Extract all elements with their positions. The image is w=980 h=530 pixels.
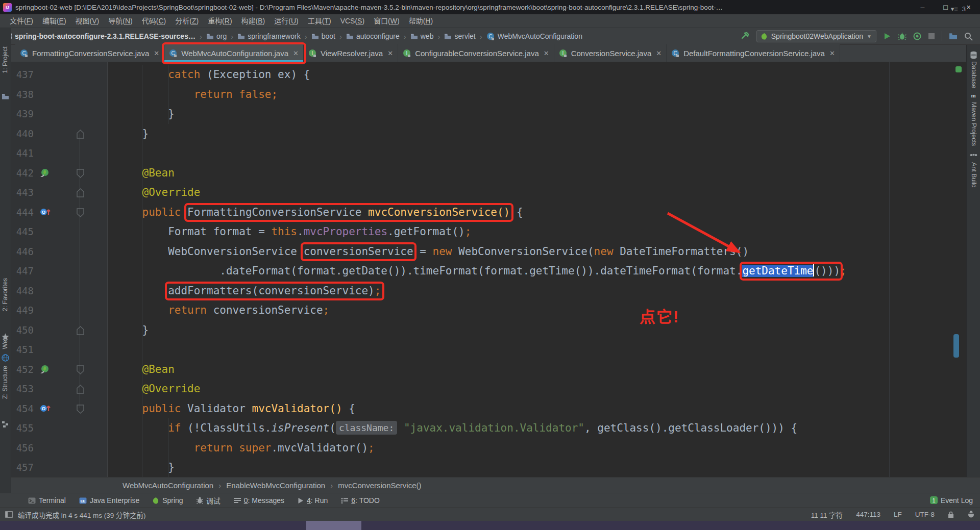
tab-close-icon[interactable]: ✕: [544, 49, 549, 57]
run-configuration-select[interactable]: Springboot02WebApplication ▼: [756, 30, 876, 42]
code-line[interactable]: 449 return conversionService;: [0, 300, 949, 320]
event-log-button[interactable]: 1 Event Log: [930, 493, 973, 508]
tool-stripe-button-antbuild[interactable]: Ant Build: [970, 162, 977, 188]
editor-breadcrumb-item[interactable]: EnableWebMvcConfiguration: [226, 481, 325, 490]
folder-icon[interactable]: [2, 93, 9, 99]
editor-tab[interactable]: IViewResolver.java✕: [304, 44, 398, 62]
fold-marker-up[interactable]: [77, 385, 84, 394]
search-everywhere-icon[interactable]: [964, 32, 973, 41]
stop-button[interactable]: [928, 33, 935, 40]
toolwindow-button-messages[interactable]: 0: Messages: [234, 496, 284, 504]
globe-icon[interactable]: [2, 354, 9, 362]
code-line[interactable]: 442 @Bean: [0, 163, 949, 183]
line-separator[interactable]: LF: [894, 511, 902, 518]
fold-marker-down[interactable]: [77, 365, 84, 374]
code-line[interactable]: 438 return false;: [0, 85, 949, 105]
inspections-ok-indicator[interactable]: [955, 66, 962, 72]
tab-close-icon[interactable]: ✕: [656, 49, 662, 57]
toolwindow-button-bug[interactable]: 调试: [197, 495, 220, 506]
menu-item-z[interactable]: 分析(Z): [170, 14, 203, 28]
code-line[interactable]: 454O public Validator mvcValidator() {: [0, 399, 949, 419]
tab-close-icon[interactable]: ✕: [154, 49, 159, 57]
tool-stripe-button-1project[interactable]: 1: Project: [2, 46, 9, 73]
override-method-icon[interactable]: O: [40, 404, 52, 413]
scrollbar-thumb[interactable]: [953, 334, 959, 358]
code-line[interactable]: 444O public FormattingConversionService …: [0, 203, 949, 222]
code-line[interactable]: 439 }: [0, 104, 949, 124]
code-editor[interactable]: 437 catch (Exception ex) {438 return fal…: [0, 62, 980, 477]
menu-item-vcss[interactable]: VCS(S): [336, 14, 369, 28]
tool-stripe-button-zstructure[interactable]: Z: Structure: [2, 366, 9, 399]
run-with-coverage-button[interactable]: [913, 32, 921, 40]
code-line[interactable]: 451: [0, 340, 949, 360]
code-line[interactable]: 445 Format format = this.mvcProperties.g…: [0, 222, 949, 242]
highlighting-level-icon[interactable]: [967, 511, 975, 518]
file-encoding[interactable]: UTF-8: [915, 511, 935, 518]
toolwindow-button-run[interactable]: 4: Run: [298, 496, 328, 504]
editor-tab[interactable]: CDefaultFormattingConversionService.java…: [667, 44, 840, 62]
fold-marker-down[interactable]: [77, 208, 84, 217]
fold-marker-up[interactable]: [77, 130, 84, 139]
menu-item-e[interactable]: 编辑(E): [38, 14, 71, 28]
maven-icon[interactable]: m: [970, 92, 977, 99]
code-line[interactable]: 457 }: [0, 458, 949, 477]
editor-tab[interactable]: IConfigurableConversionService.java✕: [398, 44, 554, 62]
editor-tab[interactable]: CFormattingConversionService.java✕: [15, 44, 164, 62]
caret-position[interactable]: 447:113: [856, 511, 880, 518]
toolwindow-button-javaee[interactable]: EEJava Enterprise: [79, 496, 139, 504]
menu-item-n[interactable]: 导航(N): [104, 14, 137, 28]
code-line[interactable]: 441: [0, 143, 949, 163]
menu-item-t[interactable]: 工具(T): [303, 14, 336, 28]
code-line[interactable]: 453 @Override: [0, 379, 949, 399]
ant-icon[interactable]: [970, 152, 977, 157]
spring-bean-icon[interactable]: [40, 168, 49, 178]
code-line[interactable]: 447 .dateFormat(format.getDate()).timeFo…: [0, 261, 949, 281]
fold-marker-down[interactable]: [77, 405, 84, 414]
override-method-icon[interactable]: O: [40, 208, 52, 216]
tool-stripe-button-database[interactable]: Database: [970, 61, 977, 89]
toolwindow-toggle-icon[interactable]: [5, 511, 13, 518]
breadcrumb-item[interactable]: CWebMvcAutoConfiguration: [485, 32, 583, 41]
code-line[interactable]: 446 WebConversionService conversionServi…: [0, 242, 949, 262]
code-line[interactable]: 437 catch (Exception ex) {: [0, 65, 949, 85]
code-line[interactable]: 448 addFormatters(conversionService);: [0, 281, 949, 301]
code-line[interactable]: 440 }: [0, 124, 949, 144]
menu-item-h[interactable]: 帮助(H): [404, 14, 437, 28]
hidden-tabs-indicator[interactable]: ▾≡ 3: [951, 0, 966, 17]
tool-stripe-button-web[interactable]: Web: [2, 336, 9, 349]
menu-item-r[interactable]: 重构(R): [203, 14, 236, 28]
code-line[interactable]: 452 @Bean: [0, 360, 949, 380]
minimize-button[interactable]: –: [911, 0, 934, 14]
code-line[interactable]: 456 return super.mvcValidator();: [0, 438, 949, 458]
spring-bean-icon[interactable]: [40, 365, 49, 374]
breadcrumb-item[interactable]: org: [205, 32, 228, 40]
breadcrumb-item[interactable]: springframework: [236, 32, 301, 40]
breadcrumb-item[interactable]: autoconfigure: [345, 32, 401, 40]
tool-stripe-button-mavenprojects[interactable]: Maven Projects: [970, 102, 977, 146]
tab-close-icon[interactable]: ✕: [293, 49, 299, 57]
project-structure-icon[interactable]: [949, 33, 958, 40]
breadcrumb-item[interactable]: servlet: [443, 32, 476, 40]
debug-button[interactable]: [898, 32, 906, 40]
toolwindow-button-terminal[interactable]: Terminal: [28, 496, 66, 504]
toolwindow-button-spring[interactable]: Spring: [153, 496, 183, 504]
editor-tab[interactable]: IConversionService.java✕: [554, 44, 667, 62]
tab-close-icon[interactable]: ✕: [387, 49, 393, 57]
menu-item-u[interactable]: 运行(U): [270, 14, 303, 28]
editor-breadcrumb-item[interactable]: mvcConversionService(): [338, 481, 421, 490]
menu-item-b[interactable]: 构建(B): [237, 14, 270, 28]
toolwindow-button-todo[interactable]: 6: TODO: [341, 496, 380, 504]
menu-item-f[interactable]: 文件(F): [5, 14, 38, 28]
fold-marker-up[interactable]: [77, 326, 84, 335]
code-line[interactable]: 455 if (!ClassUtils.isPresent(className:…: [0, 418, 949, 438]
build-hammer-icon[interactable]: [741, 32, 750, 41]
breadcrumb-item[interactable]: web: [409, 32, 435, 40]
fold-marker-up[interactable]: [77, 188, 84, 197]
tab-close-icon[interactable]: ✕: [829, 49, 835, 57]
editor-tab[interactable]: CWebMvcAutoConfiguration.java✕: [164, 44, 304, 62]
structure-icon[interactable]: [2, 421, 9, 428]
database-icon[interactable]: [970, 51, 977, 59]
menu-item-c[interactable]: 代码(C): [137, 14, 170, 28]
breadcrumb-item[interactable]: boot: [310, 32, 336, 40]
fold-marker-down[interactable]: [77, 169, 84, 178]
